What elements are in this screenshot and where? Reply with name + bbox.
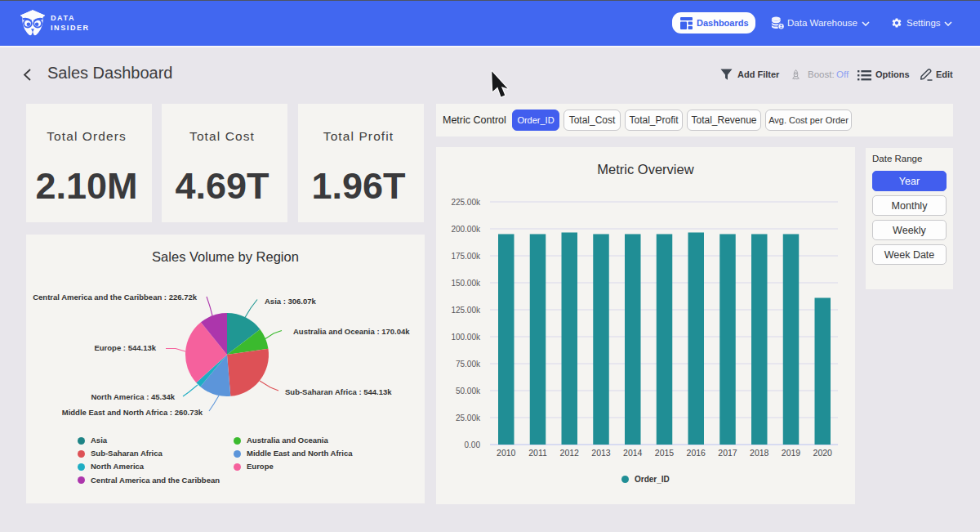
svg-text:225.00k: 225.00k xyxy=(451,198,481,207)
svg-text:150.00k: 150.00k xyxy=(451,279,481,288)
svg-text:175.00k: 175.00k xyxy=(451,252,481,261)
svg-text:200.00k: 200.00k xyxy=(451,225,481,234)
svg-text:2018: 2018 xyxy=(750,448,769,458)
svg-text:0.00: 0.00 xyxy=(465,440,481,449)
svg-text:75.00k: 75.00k xyxy=(456,360,481,369)
svg-text:2013: 2013 xyxy=(591,448,611,458)
svg-text:2017: 2017 xyxy=(718,448,737,458)
svg-text:2012: 2012 xyxy=(560,448,580,458)
svg-text:25.00k: 25.00k xyxy=(456,414,481,422)
svg-text:2014: 2014 xyxy=(623,448,643,458)
svg-text:2019: 2019 xyxy=(782,448,801,458)
svg-text:2016: 2016 xyxy=(687,448,706,458)
svg-text:50.00k: 50.00k xyxy=(456,387,481,396)
svg-text:100.00k: 100.00k xyxy=(451,333,481,342)
svg-text:2011: 2011 xyxy=(528,448,547,458)
svg-text:2015: 2015 xyxy=(655,448,675,458)
svg-text:2010: 2010 xyxy=(497,448,516,458)
svg-text:2020: 2020 xyxy=(813,448,833,458)
svg-text:125.00k: 125.00k xyxy=(451,306,481,315)
